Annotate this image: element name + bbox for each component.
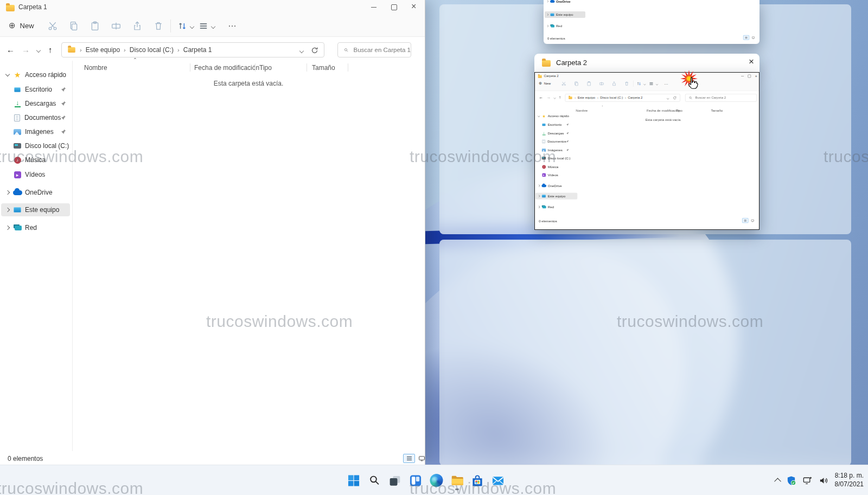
list-view-toggle[interactable] [403, 454, 415, 463]
address-dropdown-chevron[interactable] [299, 49, 304, 53]
column-date[interactable]: Fecha de modificación [194, 64, 259, 72]
copy-icon[interactable] [574, 81, 579, 86]
breadcrumb-folder[interactable]: Carpeta 2 [628, 96, 642, 100]
more-options-button[interactable]: … [664, 80, 668, 85]
view-icon[interactable] [649, 81, 654, 86]
paste-icon[interactable] [90, 21, 100, 31]
share-icon[interactable] [132, 21, 142, 31]
view-icon[interactable] [199, 21, 208, 31]
sidebar-item-this-pc[interactable]: Este equipo [0, 203, 72, 216]
minimize-icon[interactable] [741, 76, 744, 76]
up-icon[interactable]: ↑ [48, 45, 53, 54]
new-button[interactable]: ⊕ New [539, 81, 551, 85]
tree-item-onedrive[interactable]: OneDrive [544, 0, 625, 5]
volume-icon[interactable] [819, 475, 829, 486]
sidebar-item-onedrive[interactable]: OneDrive [0, 186, 72, 199]
sidebar-item-network[interactable]: Red [0, 221, 72, 234]
maximize-icon[interactable] [391, 4, 397, 10]
search-box[interactable]: Buscar en Carpeta 2 [685, 94, 757, 101]
security-shield-icon[interactable] [786, 475, 796, 486]
breadcrumb-disk-c[interactable]: Disco local (C:) [600, 96, 623, 100]
snap-zone-bottom[interactable] [439, 240, 851, 465]
sort-icon[interactable] [177, 21, 187, 31]
sidebar-quick-access[interactable]: ★ Acceso rápido [0, 68, 72, 81]
tray-expand-chevron[interactable] [774, 478, 781, 485]
recent-locations-chevron[interactable] [553, 97, 556, 99]
address-bar[interactable]: › Este equipo › Disco local (C:) › Carpe… [565, 94, 680, 101]
cut-icon[interactable] [561, 81, 566, 86]
sidebar-item-descargas[interactable]: ↓ Descargas [535, 130, 572, 137]
sidebar-item-this-pc[interactable]: Este equipo [535, 192, 572, 199]
sort-icon[interactable] [636, 81, 641, 86]
task-view-button[interactable] [388, 470, 403, 491]
sidebar-item-videos[interactable]: ▶ Vídeos [0, 168, 72, 181]
tree-item-network[interactable]: Red [544, 23, 625, 29]
snap-card-carpeta2[interactable]: Carpeta 2 × [534, 54, 760, 72]
column-type[interactable]: Tipo [259, 64, 272, 72]
address-bar[interactable]: › Este equipo › Disco local (C:) › Carpe… [61, 42, 324, 57]
back-icon[interactable]: ← [539, 95, 543, 100]
snap-thumbnail-carpeta2[interactable]: Carpeta 2 × ⊕ New … ← → ↑ [534, 72, 760, 230]
delete-icon[interactable] [624, 81, 629, 86]
up-icon[interactable]: ↑ [559, 95, 561, 100]
refresh-icon[interactable] [673, 96, 676, 100]
paste-icon[interactable] [586, 81, 591, 86]
copy-icon[interactable] [69, 21, 79, 31]
search-button[interactable] [367, 470, 382, 491]
more-options-button[interactable]: … [228, 19, 237, 29]
sidebar-item-escritorio[interactable]: Escritorio [535, 121, 572, 128]
list-view-toggle[interactable] [742, 218, 748, 223]
share-icon[interactable] [612, 81, 617, 86]
clock-date: 8/07/2021 [835, 480, 864, 489]
breadcrumb-this-pc[interactable]: Este equipo [578, 96, 596, 100]
delete-icon[interactable] [154, 21, 163, 31]
close-icon[interactable]: × [749, 56, 754, 67]
sidebar-item-documentos[interactable]: Documentos [535, 138, 572, 145]
cut-icon[interactable] [48, 21, 58, 31]
rename-icon[interactable] [599, 81, 604, 86]
rename-icon[interactable] [111, 21, 121, 31]
sidebar-item-imagenes[interactable]: Imágenes [0, 125, 72, 138]
sidebar-item-escritorio[interactable]: Escritorio [0, 83, 72, 96]
breadcrumb-disk-c[interactable]: Disco local (C:) [130, 46, 174, 54]
column-name[interactable]: Nombre [576, 108, 588, 112]
back-icon[interactable]: ← [7, 45, 15, 54]
empty-folder-message: Esta carpeta está vacía. [574, 118, 753, 121]
clock[interactable]: 8:18 p. m. 8/07/2021 [835, 472, 864, 488]
close-icon[interactable]: × [411, 2, 416, 11]
desktop-icon [14, 87, 21, 92]
icon-view-toggle[interactable] [416, 454, 427, 463]
tree-item-this-pc[interactable]: Este equipo [544, 11, 625, 18]
breadcrumb-this-pc[interactable]: Este equipo [86, 46, 120, 54]
sidebar-quick-access[interactable]: ★ Acceso rápido [535, 113, 572, 119]
forward-icon[interactable]: → [547, 95, 551, 100]
breadcrumb-folder[interactable]: Carpeta 1 [183, 46, 212, 54]
network-tray-icon[interactable] [802, 475, 813, 486]
close-icon[interactable]: × [755, 74, 757, 79]
sidebar-item-videos[interactable]: ▶ Vídeos [535, 171, 572, 178]
column-size[interactable]: Tamaño [312, 64, 335, 72]
search-box[interactable]: Buscar en Carpeta 1 [337, 42, 411, 57]
sidebar-item-network[interactable]: Red [535, 204, 572, 210]
address-dropdown-chevron[interactable] [667, 97, 669, 99]
minimize-icon[interactable] [371, 7, 376, 8]
snap-thumbnail-partial[interactable]: OneDrive Este equipo Red 0 elementos [544, 0, 760, 44]
sidebar-item-descargas[interactable]: ↓ Descargas [0, 97, 72, 110]
folder-icon [68, 47, 75, 53]
sidebar-item-documentos[interactable]: Documentos [0, 111, 72, 124]
icon-view-toggle[interactable] [750, 35, 756, 40]
refresh-icon[interactable] [311, 47, 318, 54]
sidebar-item-onedrive[interactable]: OneDrive [535, 182, 572, 189]
start-button[interactable] [347, 470, 361, 491]
column-size[interactable]: Tamaño [711, 108, 723, 112]
column-type[interactable]: Tipo [676, 108, 682, 112]
maximize-icon[interactable] [748, 75, 751, 78]
recent-locations-chevron[interactable] [36, 48, 41, 53]
icon-view-toggle[interactable] [750, 218, 756, 223]
new-button[interactable]: ⊕ New [9, 21, 34, 30]
forward-icon[interactable]: → [22, 45, 30, 54]
column-name[interactable]: Nombre [84, 64, 107, 72]
tree-item-label: Este equipo [556, 13, 625, 17]
list-view-toggle[interactable] [743, 35, 749, 40]
column-date[interactable]: Fecha de modificación [647, 108, 680, 112]
